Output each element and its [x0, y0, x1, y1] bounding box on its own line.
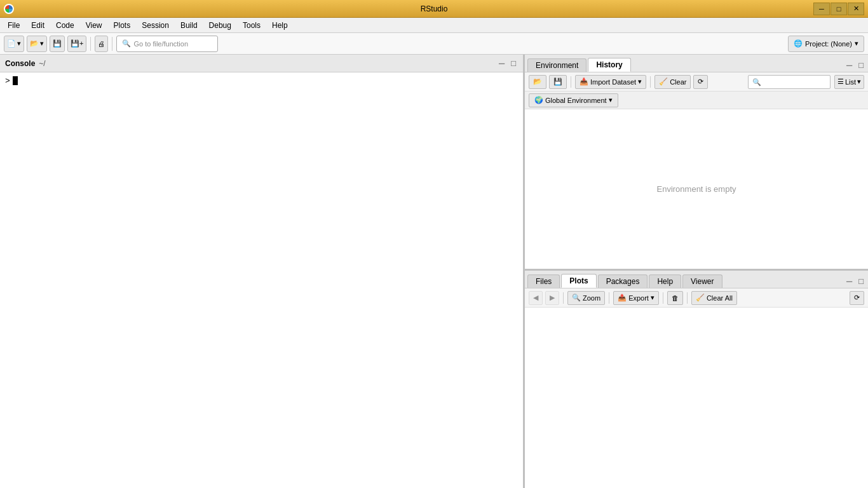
menu-file[interactable]: File: [3, 20, 25, 31]
plots-forward-button[interactable]: ▶: [545, 291, 559, 305]
close-button[interactable]: ✕: [848, 3, 864, 15]
list-view-button[interactable]: ☰ List ▾: [834, 75, 864, 89]
right-panel: Environment History ─ □ 📂 💾 📥 I: [525, 55, 868, 488]
env-toolbar-sep-1: [571, 76, 571, 88]
project-icon: 🌐: [794, 39, 803, 48]
console-cursor: [13, 76, 18, 85]
plots-tabs: Files Plots Packages Help Viewer: [527, 274, 724, 288]
open-file-button[interactable]: 📂 ▾: [27, 36, 47, 52]
tab-files[interactable]: Files: [527, 274, 560, 288]
global-env-button[interactable]: 🌍 Global Environment ▾: [529, 93, 618, 107]
menu-tools[interactable]: Tools: [238, 20, 266, 31]
env-toolbar: 📂 💾 📥 Import Dataset ▾ 🧹 Clear ⟳: [525, 72, 868, 92]
save-button[interactable]: 💾: [50, 36, 65, 52]
zoom-button[interactable]: 🔍 Zoom: [567, 291, 605, 305]
upper-right-minimize-button[interactable]: ─: [844, 60, 854, 71]
menu-build[interactable]: Build: [175, 20, 203, 31]
menu-help[interactable]: Help: [267, 20, 293, 31]
console-maximize-button[interactable]: □: [509, 58, 518, 69]
menu-bar: File Edit Code View Plots Session Build …: [0, 18, 868, 33]
console-prompt-symbol: >: [5, 76, 10, 86]
clear-all-button[interactable]: 🧹 Clear All: [691, 291, 737, 305]
upper-right-panel: Environment History ─ □ 📂 💾 📥 I: [525, 55, 868, 271]
tab-plots[interactable]: Plots: [561, 274, 596, 288]
new-file-button[interactable]: 📄 ▾: [4, 36, 24, 52]
project-button[interactable]: 🌐 Project: (None) ▾: [788, 36, 864, 52]
menu-code[interactable]: Code: [51, 20, 79, 31]
import-dataset-arrow: ▾: [638, 78, 642, 86]
import-dataset-label: Import Dataset: [590, 78, 636, 86]
minimize-button[interactable]: ─: [813, 3, 830, 15]
title-bar: RStudio ─ □ ✕: [0, 0, 868, 18]
restore-button[interactable]: □: [831, 3, 847, 15]
main-content: Console ~/ ─ □ > Environment History: [0, 55, 868, 488]
menu-plots[interactable]: Plots: [109, 20, 136, 31]
save-all-icon: 💾+: [71, 39, 83, 48]
plots-body: [525, 308, 868, 488]
plots-refresh-button[interactable]: ⟳: [850, 291, 864, 305]
new-file-icon: 📄: [7, 39, 16, 48]
lower-right-panel: Files Plots Packages Help Viewer ─ □ ◀ ▶: [525, 271, 868, 488]
menu-edit[interactable]: Edit: [26, 20, 50, 31]
tab-help[interactable]: Help: [649, 274, 681, 288]
env-toolbar-sep-2: [650, 76, 651, 88]
plots-forward-icon: ▶: [550, 294, 555, 302]
plots-toolbar-right: ⟳: [850, 291, 864, 305]
lower-right-maximize-button[interactable]: □: [857, 276, 865, 287]
rstudio-logo-icon: [4, 4, 14, 14]
refresh-env-icon: ⟳: [698, 78, 703, 86]
plots-tab-controls: ─ □: [844, 276, 865, 288]
plots-back-icon: ◀: [533, 294, 538, 302]
global-env-arrow: ▾: [609, 96, 613, 104]
console-minimize-button[interactable]: ─: [497, 58, 506, 69]
open-file-icon: 📂: [30, 39, 39, 48]
menu-view[interactable]: View: [81, 20, 107, 31]
titlebar-left: [4, 4, 14, 14]
clear-env-button[interactable]: 🧹 Clear: [654, 75, 691, 89]
project-arrow-icon: ▾: [855, 39, 858, 48]
toolbar-separator-2: [112, 37, 112, 51]
tab-environment[interactable]: Environment: [527, 58, 587, 72]
save-icon: 💾: [53, 39, 62, 48]
save-workspace-button[interactable]: 💾: [549, 75, 567, 89]
lower-right-minimize-button[interactable]: ─: [844, 276, 854, 287]
plots-toolbar-sep-3: [663, 292, 663, 304]
delete-plot-button[interactable]: 🗑: [667, 291, 683, 305]
tab-history[interactable]: History: [588, 58, 630, 72]
import-dataset-button[interactable]: 📥 Import Dataset ▾: [575, 75, 646, 89]
global-env-icon: 🌍: [534, 96, 543, 104]
tab-packages[interactable]: Packages: [598, 274, 648, 288]
menu-debug[interactable]: Debug: [204, 20, 236, 31]
env-search-input[interactable]: [748, 75, 831, 89]
load-workspace-button[interactable]: 📂: [529, 75, 546, 89]
env-empty-message: Environment is empty: [657, 184, 736, 194]
load-icon: 📂: [533, 78, 542, 86]
goto-file-button[interactable]: 🔍 Go to file/function: [116, 36, 218, 52]
delete-plot-icon: 🗑: [672, 294, 679, 302]
export-button[interactable]: 📤 Export ▾: [613, 291, 659, 305]
left-panel: Console ~/ ─ □ >: [0, 55, 525, 488]
goto-file-icon: 🔍: [122, 39, 131, 48]
print-icon: 🖨: [98, 40, 105, 48]
env-hist-tab-controls: ─ □: [844, 60, 865, 72]
tab-viewer[interactable]: Viewer: [682, 274, 722, 288]
menu-session[interactable]: Session: [137, 20, 174, 31]
plots-toolbar-sep-4: [687, 292, 688, 304]
console-path: ~/: [39, 59, 45, 68]
upper-right-maximize-button[interactable]: □: [857, 60, 865, 71]
refresh-env-button[interactable]: ⟳: [693, 75, 708, 89]
zoom-label: Zoom: [583, 294, 600, 302]
project-label: Project: (None): [805, 40, 852, 48]
window-title: RStudio: [421, 4, 448, 13]
list-label: List: [845, 78, 856, 86]
toolbar: 📄 ▾ 📂 ▾ 💾 💾+ 🖨 🔍 Go to file/function 🌐 P…: [0, 33, 868, 55]
env-body: Environment is empty: [525, 109, 868, 269]
plots-back-button[interactable]: ◀: [529, 291, 543, 305]
plots-refresh-icon: ⟳: [854, 294, 860, 302]
print-button[interactable]: 🖨: [95, 36, 108, 52]
console-header: Console ~/ ─ □: [0, 55, 523, 72]
console-area[interactable]: >: [0, 72, 523, 488]
env-hist-tab-bar: Environment History ─ □: [525, 55, 868, 72]
export-icon: 📤: [618, 294, 627, 302]
save-all-button[interactable]: 💾+: [67, 36, 86, 52]
